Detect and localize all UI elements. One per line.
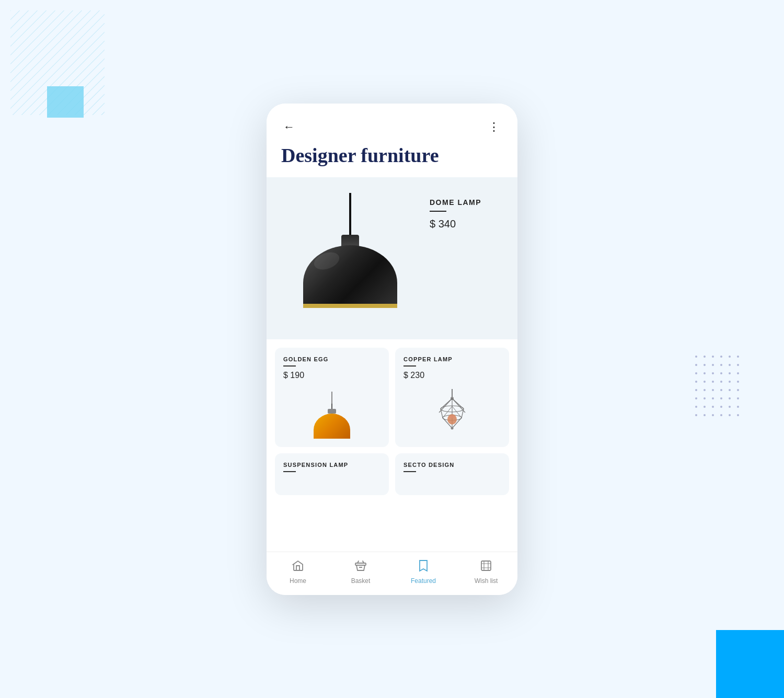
lamp-cord	[349, 193, 351, 235]
hero-image	[281, 193, 419, 329]
hero-product-info: DOME LAMP $ 340	[430, 193, 503, 230]
products-grid: GOLDEN EGG $ 190 COPPER LAMP	[275, 348, 509, 495]
wishlist-icon	[480, 559, 492, 575]
lamp-dome	[303, 245, 397, 308]
hero-product-name: DOME LAMP	[430, 198, 503, 207]
svg-point-20	[451, 427, 454, 430]
nav-item-wishlist[interactable]: Wish list	[455, 557, 517, 587]
golden-egg-lamp	[311, 392, 353, 439]
nav-label-home: Home	[290, 577, 306, 585]
card-divider	[403, 471, 416, 472]
dome-lamp-image	[298, 193, 402, 329]
phone-mockup: ← ⋮ Designer furniture DOME LAMP $ 340	[267, 104, 517, 595]
card-divider	[283, 471, 296, 472]
nav-label-wishlist: Wish list	[475, 577, 498, 585]
golden-dome	[314, 414, 350, 439]
nav-item-basket[interactable]: Basket	[329, 557, 392, 587]
back-button[interactable]: ←	[281, 118, 297, 136]
card-divider	[283, 365, 296, 367]
nav-item-featured[interactable]: Featured	[392, 557, 455, 587]
product-card-secto[interactable]: SECTO DESIGN	[395, 453, 509, 495]
svg-line-14	[452, 398, 464, 409]
more-button[interactable]: ⋮	[486, 118, 503, 136]
golden-egg-image	[283, 380, 381, 439]
nav-label-featured: Featured	[411, 577, 436, 585]
blue-corner-decoration	[716, 630, 784, 698]
hero-section: DOME LAMP $ 340	[267, 177, 517, 339]
bottom-nav: Home Basket	[267, 552, 517, 595]
nav-label-basket: Basket	[351, 577, 371, 585]
lamp-body	[303, 245, 397, 308]
product-card-golden-egg[interactable]: GOLDEN EGG $ 190	[275, 348, 389, 447]
page-title: Designer furniture	[281, 144, 503, 167]
svg-rect-1	[10, 10, 105, 115]
featured-icon	[417, 559, 430, 575]
card-divider	[403, 365, 416, 367]
lamp-cap	[341, 235, 359, 246]
card-price: $ 190	[283, 371, 381, 380]
svg-rect-23	[481, 561, 491, 570]
hero-product-price: $ 340	[430, 218, 503, 230]
dots-decoration	[695, 356, 758, 419]
card-name: COPPER LAMP	[403, 356, 501, 362]
svg-rect-21	[355, 563, 366, 565]
basket-icon	[354, 559, 367, 575]
home-icon	[292, 559, 304, 575]
svg-line-13	[441, 398, 452, 409]
card-name: SUSPENSION LAMP	[283, 462, 381, 468]
svg-point-19	[449, 415, 455, 418]
card-price: $ 230	[403, 371, 501, 380]
golden-cord	[331, 392, 332, 404]
header: ← ⋮ Designer furniture	[267, 104, 517, 178]
product-card-copper-lamp[interactable]: COPPER LAMP $ 230	[395, 348, 509, 447]
copper-lamp-image	[403, 380, 501, 439]
hero-divider	[430, 211, 446, 212]
product-card-suspension[interactable]: SUSPENSION LAMP	[275, 453, 389, 495]
products-section: GOLDEN EGG $ 190 COPPER LAMP	[267, 339, 517, 551]
card-name: SECTO DESIGN	[403, 462, 501, 468]
nav-item-home[interactable]: Home	[267, 557, 329, 587]
card-name: GOLDEN EGG	[283, 356, 381, 362]
copper-lamp-svg	[431, 389, 473, 439]
